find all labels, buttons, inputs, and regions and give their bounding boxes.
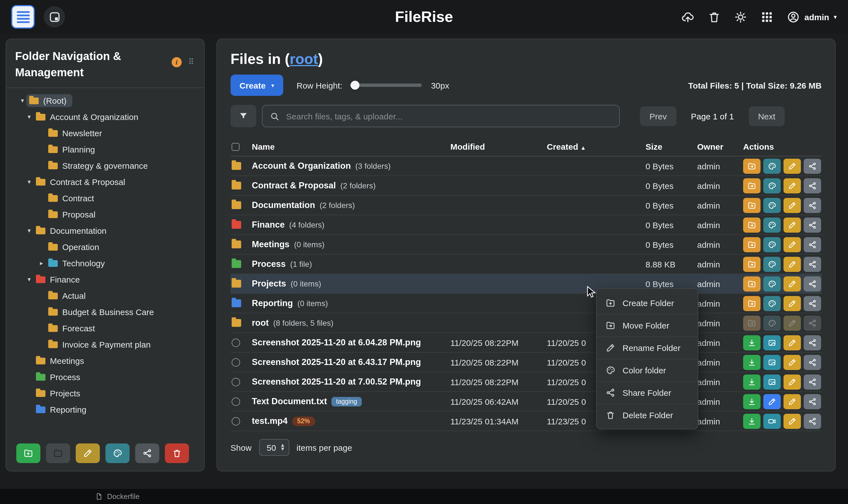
tree-item[interactable]: Operation bbox=[12, 239, 198, 255]
share-button[interactable] bbox=[804, 198, 821, 213]
preview-image-button[interactable] bbox=[763, 374, 781, 389]
tree-item[interactable]: ▸Technology bbox=[12, 255, 198, 271]
column-header-modified[interactable]: Modified bbox=[450, 142, 547, 151]
download-folder-button[interactable] bbox=[743, 158, 760, 174]
user-menu[interactable]: admin ▾ bbox=[787, 11, 837, 23]
drag-handle-icon[interactable]: ⠿ bbox=[188, 57, 194, 66]
select-all-checkbox[interactable] bbox=[232, 143, 240, 150]
rename-folder-button[interactable] bbox=[76, 444, 100, 463]
root-link[interactable]: root bbox=[290, 51, 318, 67]
tree-item[interactable]: Invoice & Payment plan bbox=[12, 336, 198, 353]
tree-item[interactable]: Strategy & governance bbox=[12, 158, 198, 174]
context-share-folder[interactable]: Share Folder bbox=[597, 381, 698, 404]
rename-button[interactable] bbox=[783, 355, 801, 370]
upload-cloud-icon[interactable] bbox=[682, 11, 695, 23]
color-folder-button[interactable] bbox=[763, 178, 781, 193]
row-checkbox[interactable] bbox=[232, 397, 240, 406]
item-name[interactable]: Reporting bbox=[252, 298, 293, 308]
share-button[interactable] bbox=[804, 158, 821, 174]
item-name[interactable]: Process bbox=[252, 259, 286, 269]
context-rename-folder[interactable]: Rename Folder bbox=[597, 336, 698, 359]
share-folder-button[interactable] bbox=[135, 444, 159, 463]
rename-button[interactable] bbox=[783, 394, 801, 409]
item-name[interactable]: Projects bbox=[252, 278, 286, 289]
share-button[interactable] bbox=[804, 355, 821, 370]
share-button[interactable] bbox=[804, 237, 821, 252]
theme-sun-icon[interactable] bbox=[735, 11, 747, 23]
tree-item[interactable]: Contract bbox=[12, 190, 198, 206]
tree-item[interactable]: Reporting bbox=[12, 401, 198, 418]
prev-page-button[interactable]: Prev bbox=[640, 106, 676, 126]
folder-row[interactable]: Reporting(0 items) admin bbox=[230, 294, 822, 313]
tree-item[interactable]: ▾Contract & Proposal bbox=[12, 174, 198, 190]
rename-button[interactable] bbox=[783, 217, 801, 232]
share-button[interactable] bbox=[804, 374, 821, 389]
rename-button[interactable] bbox=[783, 413, 801, 429]
share-button[interactable] bbox=[804, 394, 821, 409]
file-row[interactable]: Text Document.txttagging 11/20/25 06:42A… bbox=[230, 392, 822, 412]
item-name[interactable]: Screenshot 2025-11-20 at 6.43.17 PM.png bbox=[252, 357, 421, 367]
color-folder-button[interactable] bbox=[763, 217, 781, 232]
file-row[interactable]: Screenshot 2025-11-20 at 7.00.52 PM.png … bbox=[230, 372, 822, 392]
share-button[interactable] bbox=[804, 335, 821, 350]
file-row[interactable]: Screenshot 2025-11-20 at 6.04.28 PM.png … bbox=[230, 333, 822, 353]
tree-item[interactable]: Budget & Business Care bbox=[12, 304, 198, 320]
folder-row[interactable]: Account & Organization(3 folders) 0 Byte… bbox=[230, 157, 822, 176]
folder-row[interactable]: Meetings(0 items) 0 Bytesadmin bbox=[230, 235, 822, 254]
download-button[interactable] bbox=[743, 335, 760, 350]
caret-icon[interactable]: ▾ bbox=[25, 113, 33, 121]
row-height-slider[interactable] bbox=[350, 84, 422, 87]
download-folder-button[interactable] bbox=[743, 217, 760, 232]
caret-icon[interactable]: ▾ bbox=[25, 178, 33, 185]
share-button[interactable] bbox=[804, 217, 821, 232]
rename-button[interactable] bbox=[783, 237, 801, 252]
item-name[interactable]: Documentation bbox=[252, 200, 315, 210]
file-row[interactable]: Screenshot 2025-11-20 at 6.43.17 PM.png … bbox=[230, 353, 822, 372]
download-button[interactable] bbox=[743, 374, 760, 389]
rename-button[interactable] bbox=[783, 178, 801, 193]
tree-item[interactable]: Forecast bbox=[12, 320, 198, 336]
item-name[interactable]: Screenshot 2025-11-20 at 6.04.28 PM.png bbox=[252, 338, 421, 347]
info-icon[interactable]: i bbox=[171, 57, 181, 67]
slider-knob[interactable] bbox=[351, 81, 360, 90]
context-color-folder[interactable]: Color folder bbox=[597, 359, 698, 381]
tree-item[interactable]: Meetings bbox=[12, 353, 198, 369]
tree-item[interactable]: Newsletter bbox=[12, 125, 198, 141]
search-input[interactable] bbox=[285, 111, 612, 121]
item-name[interactable]: Contract & Proposal bbox=[252, 181, 336, 191]
rename-button[interactable] bbox=[783, 374, 801, 389]
edit-file-button[interactable] bbox=[763, 394, 781, 409]
share-button[interactable] bbox=[804, 413, 821, 429]
color-folder-button[interactable] bbox=[105, 444, 129, 463]
apps-grid-icon[interactable] bbox=[761, 11, 774, 23]
rename-button[interactable] bbox=[783, 256, 801, 272]
filter-button[interactable] bbox=[230, 105, 256, 127]
rename-button[interactable] bbox=[783, 335, 801, 350]
folder-row[interactable]: Process(1 file) 8.88 KBadmin bbox=[230, 254, 822, 274]
column-header-owner[interactable]: Owner bbox=[697, 142, 743, 151]
download-folder-button[interactable] bbox=[743, 276, 760, 291]
item-name[interactable]: Account & Organization bbox=[252, 161, 351, 171]
rename-button[interactable] bbox=[783, 158, 801, 174]
tree-item[interactable]: ▾Documentation bbox=[12, 222, 198, 239]
color-folder-button[interactable] bbox=[763, 198, 781, 213]
preview-video-button[interactable] bbox=[763, 413, 781, 429]
column-header-created[interactable]: Created▲ bbox=[547, 142, 646, 151]
item-name[interactable]: Screenshot 2025-11-20 at 7.00.52 PM.png bbox=[252, 377, 421, 387]
download-button[interactable] bbox=[743, 355, 760, 370]
view-toggle-button[interactable] bbox=[44, 6, 65, 28]
column-header-size[interactable]: Size bbox=[646, 142, 697, 151]
preview-image-button[interactable] bbox=[763, 355, 781, 370]
tree-item-root[interactable]: ▾(Root) bbox=[12, 92, 198, 109]
download-folder-button[interactable] bbox=[743, 198, 760, 213]
next-page-button[interactable]: Next bbox=[748, 106, 785, 126]
download-folder-button[interactable] bbox=[743, 178, 760, 193]
caret-icon[interactable]: ▸ bbox=[38, 259, 46, 267]
folder-row-disabled[interactable]: root(8 folders, 5 files) admin bbox=[230, 313, 822, 333]
create-folder-button[interactable] bbox=[16, 444, 40, 463]
folder-row[interactable]: Documentation(2 folders) 0 Bytesadmin bbox=[230, 196, 822, 215]
caret-icon[interactable]: ▾ bbox=[25, 276, 33, 283]
folder-row[interactable]: Finance(4 folders) 0 Bytesadmin bbox=[230, 215, 822, 235]
tree-item[interactable]: Proposal bbox=[12, 206, 198, 222]
item-name[interactable]: test.mp4 bbox=[252, 416, 288, 426]
